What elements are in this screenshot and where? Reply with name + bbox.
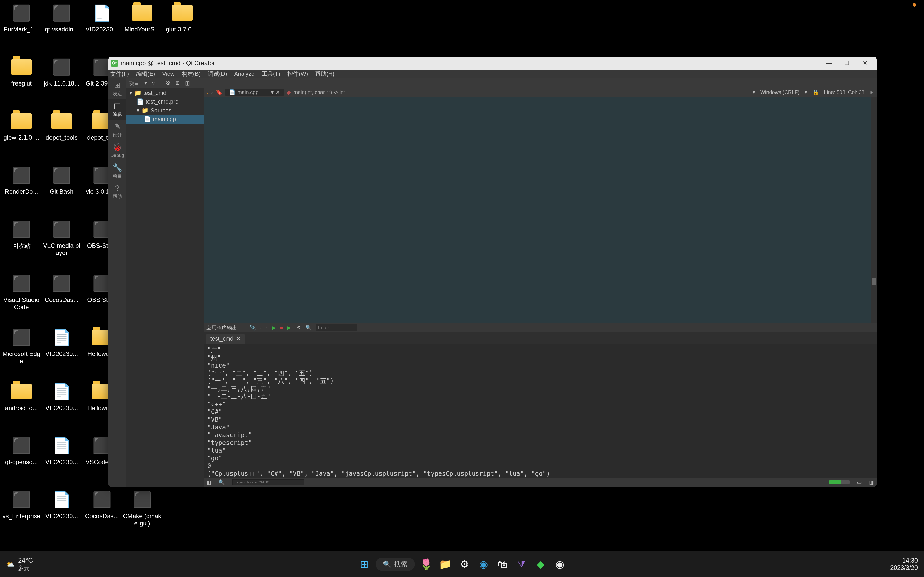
menu-item[interactable]: 构建(B) [182,70,200,78]
code-lines[interactable] [213,97,877,323]
out-back-icon[interactable]: ‹ [260,325,262,331]
tree-root[interactable]: ▾📁test_cmd [126,89,204,97]
tree-main-cpp[interactable]: 📄main.cpp [126,115,204,124]
tree-pro[interactable]: 📄test_cmd.pro [126,97,204,106]
encoding[interactable]: Windows (CRLF) [760,89,800,95]
split-editor-icon[interactable]: ⊞ [870,89,874,95]
desktop-icon[interactable]: ⬛vs_Enterprise [2,489,41,538]
code-area[interactable] [204,97,877,323]
desktop-icon[interactable]: glut-3.7.6-... [163,3,202,52]
rail-欢迎[interactable]: ⊞欢迎 [108,78,126,99]
filter-input[interactable] [316,324,357,331]
desktop-icon[interactable]: 📄VID20230... [42,489,81,538]
qt-creator-window: Qt main.cpp @ test_cmd - Qt Creator — ☐ … [108,56,877,487]
link-icon[interactable]: ⛓ [165,80,170,86]
minimize-button[interactable]: — [820,56,838,69]
desktop-icon[interactable]: ⬛Visual Studio Code [2,273,41,322]
menu-item[interactable]: 控件(W) [288,70,308,78]
weather-icon: ⛅ [6,560,15,568]
app-obs[interactable]: ◉ [552,556,567,572]
file-tab[interactable]: 📄main.cpp▾✕ [225,89,283,96]
search-box[interactable]: 🔍搜索 [376,558,415,571]
menu-item[interactable]: 编辑(E) [136,70,155,78]
window-titlebar[interactable]: Qt main.cpp @ test_cmd - Qt Creator — ☐ … [108,56,877,69]
console-output[interactable]: "广" "州" "nice" ("一", "二", "三", "四", "五")… [204,343,877,477]
menu-item[interactable]: 工具(T) [262,70,280,78]
scrollbar[interactable] [871,97,877,323]
rail-帮助[interactable]: ?帮助 [108,181,126,202]
out-rerun-icon[interactable]: ▶. [287,324,292,331]
menu-item[interactable]: 帮助(H) [315,70,334,78]
desktop-icon[interactable]: ⬛Microsoft Edge [2,327,41,376]
app-edge[interactable]: ◉ [476,556,491,572]
app-settings[interactable]: ⚙ [457,556,472,572]
locate-input[interactable] [232,479,304,485]
right-sidebar-icon[interactable]: ◨ [869,479,874,485]
desktop-icon[interactable]: ⬛CMake (cmake-gui) [123,489,162,538]
rail-Debug[interactable]: 🐞Debug [108,140,126,161]
desktop-icon[interactable]: android_o... [2,381,41,430]
breadcrumb[interactable]: main(int, char **) -> int [294,89,345,95]
rail-设计[interactable]: ✎设计 [108,119,126,140]
out-minus-icon[interactable]: － [871,324,877,331]
menu-item[interactable]: View [162,71,174,77]
desktop-icon[interactable]: 📄VID20230... [42,435,81,484]
desktop-icon[interactable]: ⬛VLC media player [42,219,81,268]
collapse-icon[interactable]: ▭ [857,479,862,485]
close-button[interactable]: ✕ [856,56,874,69]
desktop-icon[interactable]: ⬛qt-vsaddin... [42,3,81,52]
split-icon[interactable]: ◫ [185,80,190,86]
output-tab[interactable]: test_cmd✕ [206,334,245,343]
app-flowers[interactable]: 🌷 [418,556,434,572]
nav-fwd-icon[interactable]: › [211,89,213,95]
lock-icon[interactable]: 🔒 [813,89,819,95]
weather-widget[interactable]: ⛅ 24°C 多云 [0,556,33,572]
app-store[interactable]: 🛍 [495,556,510,572]
rail-编辑[interactable]: ▤编辑 [108,99,126,119]
desktop-icon[interactable]: ⬛jdk-11.0.18... [42,56,81,106]
desktop-icon[interactable]: ⬛CocosDas... [42,273,81,322]
desktop-icon[interactable]: 📄VID20230... [82,3,121,52]
desktop-icon[interactable]: ⬛回收站 [2,219,41,268]
desktop-icon[interactable]: 📄VID20230... [42,381,81,430]
out-settings-icon[interactable]: ⚙ [297,324,301,331]
nav-back-icon[interactable]: ‹ [206,89,208,95]
expand-icon[interactable]: ⊞ [176,80,180,86]
out-fwd-icon[interactable]: › [266,325,268,331]
out-add-icon[interactable]: ＋ [862,324,867,331]
maximize-button[interactable]: ☐ [838,56,856,69]
desktop-icon[interactable]: ⬛qt-openso... [2,435,41,484]
desktop-icon[interactable]: freeglut [2,56,41,106]
close-file-icon[interactable]: ✕ [276,89,280,95]
sidebar-toggle-icon[interactable]: ◧ [206,479,211,485]
close-tab-icon[interactable]: ✕ [236,335,241,342]
desktop-icon[interactable]: glew-2.1.0-... [2,111,41,160]
desktop-icon[interactable]: ⬛Git Bash [42,165,81,214]
menu-item[interactable]: Analyze [234,71,254,77]
menu-item[interactable]: 文件(F) [110,70,129,78]
out-stop-icon[interactable]: ■ [280,325,283,331]
tree-sources[interactable]: ▾📁Sources [126,106,204,115]
attach-icon[interactable]: 📎 [250,324,256,331]
app-qt[interactable]: ◆ [533,556,548,572]
taskbar: ⛅ 24°C 多云 ⊞ 🔍搜索 🌷 📁 ⚙ ◉ 🛍 ⧩ ◆ ◉ 14:30 20… [0,551,924,577]
desktop-icon[interactable]: ⬛RenderDo... [2,165,41,214]
desktop-icon[interactable]: 📄VID20230... [42,327,81,376]
filter-icon[interactable]: ▿ [152,80,155,86]
bookmark-icon[interactable]: 🔖 [216,89,222,95]
clock[interactable]: 14:30 2023/3/20 [890,557,918,571]
start-button[interactable]: ⊞ [357,556,372,572]
app-explorer[interactable]: 📁 [438,556,453,572]
rail-项目[interactable]: 🔧项目 [108,161,126,181]
desktop-icon[interactable]: ⬛FurMark_1... [2,3,41,52]
desktop-icon[interactable]: ⬛CocosDas... [82,489,121,538]
scroll-thumb[interactable] [872,278,876,285]
app-vs[interactable]: ⧩ [514,556,529,572]
window-title: main.cpp @ test_cmd - Qt Creator [121,60,820,67]
project-label[interactable]: 项目 [129,80,139,87]
out-run-icon[interactable]: ▶ [272,324,276,331]
desktop-icon[interactable]: MindYourS... [123,3,162,52]
weather-desc: 多云 [18,564,33,572]
menu-item[interactable]: 调试(D) [208,70,227,78]
desktop-icon[interactable]: depot_tools [42,111,81,160]
